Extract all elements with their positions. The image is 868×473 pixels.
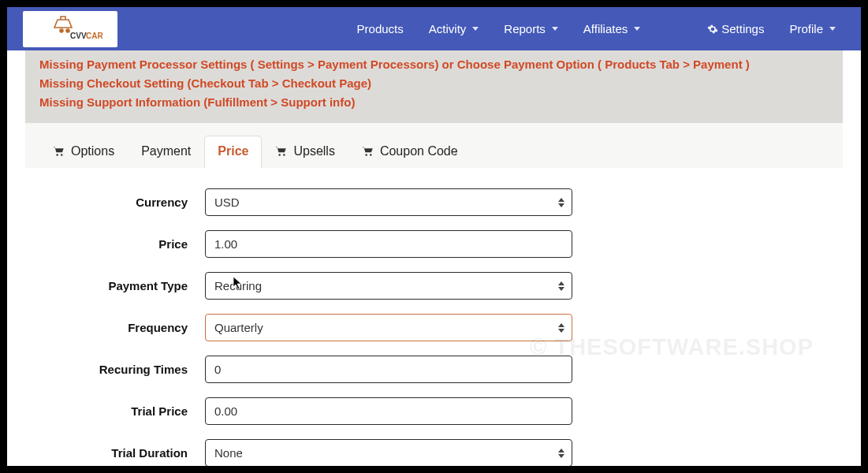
trial-duration-value: None (214, 446, 243, 460)
recuring-times-input[interactable] (205, 356, 572, 383)
payment-type-value: Recuring (214, 279, 262, 292)
alert-line-1: Missing Payment Processor Settings ( Set… (39, 55, 829, 74)
nav-profile[interactable]: Profile (780, 16, 845, 42)
brand-logo[interactable]: CVV CART (23, 11, 117, 47)
svg-text:CART: CART (86, 32, 103, 40)
gear-icon (707, 24, 718, 35)
chevron-down-icon (552, 27, 558, 31)
svg-point-0 (60, 29, 63, 32)
price-input[interactable] (205, 230, 572, 258)
tab-payment-label: Payment (141, 144, 191, 158)
trial-duration-label: Trial Duration (44, 446, 205, 460)
svg-point-6 (279, 154, 281, 156)
currency-label: Currency (44, 196, 205, 209)
tab-coupon-label: Coupon Code (380, 144, 458, 158)
alert-line-3: Missing Support Information (Fulfillment… (39, 93, 829, 112)
nav-items: Products Activity Reports Affiliates Set… (348, 16, 845, 42)
tab-upsells-label: Upsells (293, 144, 334, 158)
payment-type-label: Payment Type (44, 279, 205, 292)
currency-value: USD (214, 196, 240, 209)
nav-affiliates[interactable]: Affiliates (574, 16, 650, 42)
tab-price-label: Price (218, 144, 248, 158)
trial-price-input[interactable] (205, 397, 572, 425)
trial-price-label: Trial Price (44, 404, 205, 418)
currency-select[interactable]: USD (205, 188, 572, 216)
top-navbar: CVV CART Products Activity Reports Affil… (7, 7, 861, 50)
chevron-down-icon (634, 27, 640, 31)
frequency-value: Quarterly (214, 321, 263, 334)
nav-products[interactable]: Products (348, 16, 413, 42)
tab-coupon[interactable]: Coupon Code (348, 136, 471, 168)
nav-settings-label: Settings (721, 22, 764, 35)
nav-settings[interactable]: Settings (698, 16, 773, 42)
svg-text:CVV: CVV (70, 32, 87, 40)
logo-icon: CVV CART (37, 15, 103, 43)
frequency-select[interactable]: Quarterly (205, 314, 572, 341)
product-tabs: Options Payment Price Upsells Coupon Cod… (25, 123, 843, 168)
trial-duration-select[interactable]: None (205, 439, 572, 466)
tab-price[interactable]: Price (204, 136, 262, 168)
tab-options[interactable]: Options (39, 136, 128, 168)
chevron-down-icon (472, 27, 479, 31)
alert-banner: Missing Payment Processor Settings ( Set… (25, 50, 843, 123)
price-label: Price (44, 237, 205, 251)
svg-point-9 (370, 154, 372, 156)
tab-upsells[interactable]: Upsells (262, 136, 348, 168)
nav-reports[interactable]: Reports (494, 16, 568, 42)
nav-profile-label: Profile (789, 22, 823, 35)
frequency-label: Frequency (44, 321, 205, 334)
price-form: Currency USD Price Payment Type Recuring (25, 168, 843, 466)
tab-options-label: Options (71, 144, 114, 158)
cart-icon (275, 146, 287, 157)
svg-point-5 (61, 154, 63, 156)
nav-products-label: Products (357, 22, 404, 35)
svg-point-4 (56, 154, 58, 156)
nav-activity-label: Activity (429, 22, 467, 35)
chevron-down-icon (829, 27, 836, 31)
svg-point-1 (66, 29, 69, 32)
cart-icon (362, 146, 374, 157)
tab-payment[interactable]: Payment (128, 136, 204, 168)
alert-line-2: Missing Checkout Setting (Checkout Tab >… (39, 74, 829, 93)
nav-reports-label: Reports (504, 22, 546, 35)
recuring-times-label: Recuring Times (44, 363, 205, 376)
nav-affiliates-label: Affiliates (583, 22, 628, 35)
nav-activity[interactable]: Activity (419, 16, 489, 42)
svg-point-7 (283, 154, 285, 156)
payment-type-select[interactable]: Recuring (205, 272, 572, 300)
cart-icon (53, 146, 65, 157)
svg-point-8 (365, 154, 367, 156)
